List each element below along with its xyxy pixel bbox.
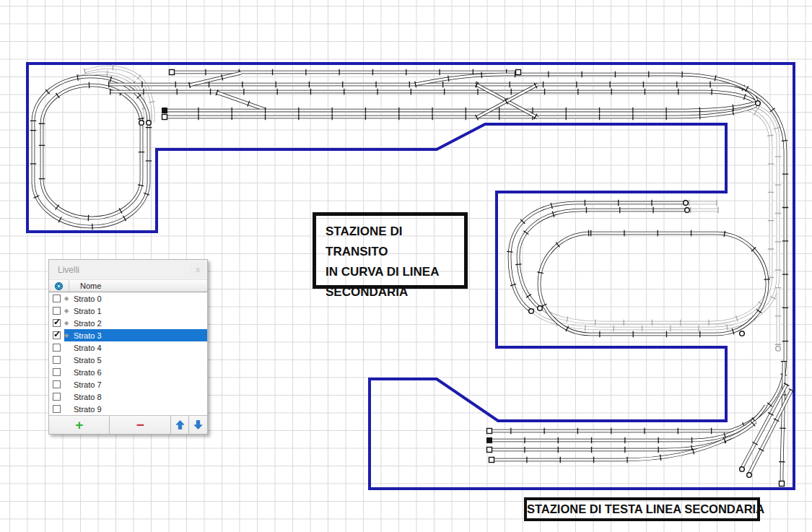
label-line: STAZIONE DI TESTA LINEA SECONDARIA [527,502,764,515]
layers-panel-title: Livelli [58,265,79,275]
layer-row[interactable]: ✓ ◆ Strato 9 [49,403,207,415]
eye-icon [54,282,64,291]
has-objects-dot: ◆ [64,305,71,317]
close-icon[interactable]: x [191,263,205,276]
label-head-station[interactable]: STAZIONE DI TESTA LINEA SECONDARIA [524,497,760,521]
label-line: SECONDARIA [326,282,461,302]
layer-visibility-checkbox[interactable]: ✓ [53,331,61,339]
layer-row[interactable]: ✓ ◆ Strato 7 [49,378,207,391]
layer-row[interactable]: ✓ ◆ Strato 5 [49,354,207,366]
layer-name: Strato 1 [71,307,102,315]
layer-row-selection-area[interactable]: ◆ Strato 8 [64,391,207,403]
layer-name: Strato 2 [71,319,102,328]
layer-visibility-checkbox[interactable]: ✓ [53,368,61,376]
layer-row-selection-area[interactable]: ◆ Strato 5 [64,354,207,366]
layer-name: Strato 5 [71,356,102,365]
label-line: IN CURVA DI LINEA [326,262,461,282]
visibility-column-header [49,280,69,292]
remove-layer-button[interactable]: − [110,416,170,434]
layer-visibility-checkbox[interactable]: ✓ [53,393,61,401]
plus-icon: + [75,418,83,432]
layer-row[interactable]: ✓ ◆ Strato 8 [49,391,207,403]
layer-row-selection-area[interactable]: ◆ Strato 1 [64,305,207,317]
add-layer-button[interactable]: + [49,416,110,434]
up-arrow-icon [175,420,185,429]
move-layer-down-button[interactable] [189,416,207,434]
layer-name: Strato 4 [71,344,102,352]
layer-row-selection-area[interactable]: ◆ Strato 2 [64,317,207,329]
layer-row[interactable]: ✓ ◆ Strato 6 [49,366,207,378]
down-arrow-icon [193,420,203,429]
layer-row-selection-area[interactable]: ◆ Strato 0 [64,292,207,305]
layer-visibility-checkbox[interactable]: ✓ [53,344,61,352]
layers-list-header: Nome [49,279,207,292]
layer-visibility-checkbox[interactable]: ✓ [53,295,61,302]
label-line: STAZIONE DI TRANSITO [326,222,461,262]
label-transit-station[interactable]: STAZIONE DI TRANSITO IN CURVA DI LINEA S… [313,212,468,289]
layers-list: ✓ ◆ Strato 0 ✓ ◆ Strato 1 ✓ ◆ Strato 2 ✓ [49,292,207,415]
layer-visibility-checkbox[interactable]: ✓ [53,307,61,315]
layer-row-selection-area[interactable]: ◆ Strato 6 [64,366,207,378]
layer-name: Strato 0 [71,295,102,303]
layer-row-selection-area[interactable]: ◆ Strato 3 [64,329,207,341]
layer-row[interactable]: ✓ ◆ Strato 4 [49,341,207,354]
has-objects-dot: ◆ [64,317,71,329]
has-objects-dot: ◆ [64,292,71,305]
layer-name: Strato 3 [71,331,102,340]
layer-name: Strato 9 [71,405,102,414]
layers-panel-titlebar[interactable]: Livelli x [49,260,207,279]
layers-toolbar: + − [49,415,207,434]
layer-row[interactable]: ✓ ◆ Strato 3 [49,329,207,341]
layer-visibility-checkbox[interactable]: ✓ [53,319,61,327]
layer-name: Strato 7 [71,380,102,389]
layer-visibility-checkbox[interactable]: ✓ [53,380,61,388]
layer-name: Strato 6 [71,368,102,377]
name-column-header: Nome [69,282,101,290]
layer-name: Strato 8 [71,393,102,401]
has-objects-dot: ◆ [64,329,71,341]
layer-row-selection-area[interactable]: ◆ Strato 7 [64,378,207,391]
layer-row[interactable]: ✓ ◆ Strato 0 [49,292,207,305]
layer-row[interactable]: ✓ ◆ Strato 1 [49,305,207,317]
layer-visibility-checkbox[interactable]: ✓ [53,405,61,413]
move-layer-up-button[interactable] [171,416,190,434]
minus-icon: − [136,419,144,431]
track-plan-canvas[interactable]: STAZIONE DI TRANSITO IN CURVA DI LINEA S… [0,0,812,532]
layer-row-selection-area[interactable]: ◆ Strato 9 [64,403,207,415]
layers-panel: Livelli x Nome ✓ [48,259,208,435]
layer-row-selection-area[interactable]: ◆ Strato 4 [64,341,207,354]
layer-row[interactable]: ✓ ◆ Strato 2 [49,317,207,329]
layer-visibility-checkbox[interactable]: ✓ [53,356,61,364]
